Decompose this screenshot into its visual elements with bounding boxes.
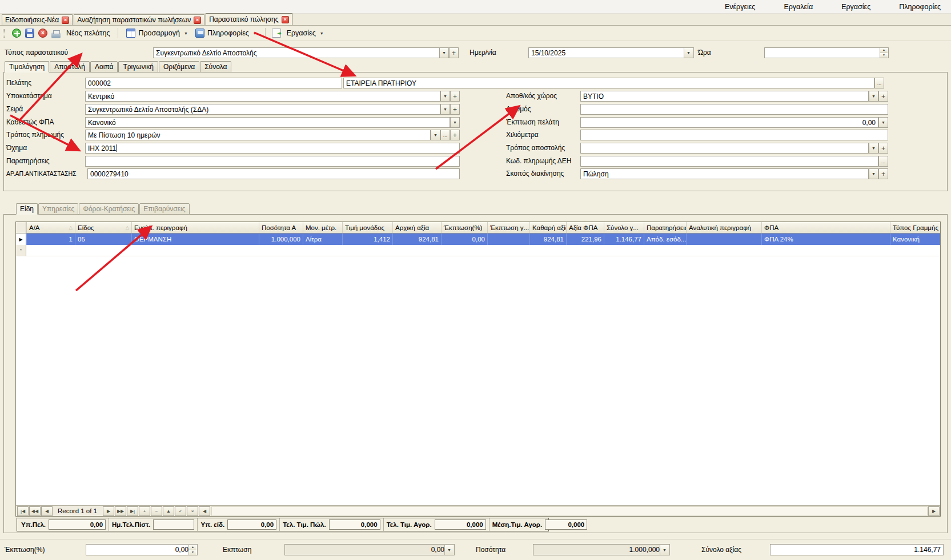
customer-lookup-button[interactable]: ... — [874, 78, 884, 88]
col-header-discount-g[interactable]: Έκπτωση γ... — [487, 222, 529, 233]
cell-item[interactable]: 05 — [75, 233, 131, 245]
tasks-export-icon[interactable] — [272, 29, 281, 38]
payment-lookup-button[interactable]: ... — [440, 130, 450, 140]
date-input[interactable]: 15/10/2025 ▼ — [528, 47, 694, 58]
tab-invoicing[interactable]: Τιμολόγηση — [5, 61, 49, 72]
replacement-number-input[interactable]: 0000279410 — [87, 168, 460, 179]
nav-prev-button[interactable]: ◀ — [41, 506, 53, 516]
discount-dropdown-icon[interactable]: ▼ — [444, 545, 454, 555]
grid-data-row[interactable]: ▶ 1 05 ΘΕΡΜΑΝΣΗ 1.000,000 Λίτρα 1,412 92… — [16, 233, 940, 245]
scrollbar-right-arrow[interactable]: ▶ — [928, 506, 940, 516]
col-header-full-description[interactable]: Αναλυτική περιγραφή — [686, 222, 761, 233]
col-header-remarks[interactable]: Παρατηρήσεις — [644, 222, 686, 233]
cell-alt-description[interactable]: ΘΕΡΜΑΝΣΗ — [131, 233, 259, 245]
branch-dropdown-button[interactable]: ▼ — [440, 91, 450, 102]
nav-edit-button[interactable]: ▲ — [163, 506, 174, 516]
dei-payment-code-lookup-button[interactable]: ... — [878, 156, 888, 167]
scrollbar-left-arrow[interactable]: ◀ — [199, 506, 210, 516]
nav-next-page-button[interactable]: ▶▶ — [115, 506, 126, 516]
discount-pct-input[interactable]: 0,00 ▲▼ — [86, 544, 198, 555]
nav-last-button[interactable]: ▶| — [127, 506, 138, 516]
nav-delete-button[interactable]: − — [151, 506, 162, 516]
cancel-icon[interactable]: × — [38, 29, 47, 38]
discount-input[interactable]: 0,00 ▼ — [284, 544, 455, 555]
series-add-button[interactable]: + — [450, 104, 460, 115]
cell-remarks[interactable]: Απόδ. εσόδ... — [644, 233, 686, 245]
vehicle-input[interactable]: ΙΗΧ 2011 — [85, 143, 460, 154]
spin-down-icon[interactable]: ▼ — [880, 53, 888, 58]
spin-down-icon[interactable]: ▼ — [189, 550, 196, 555]
customer-code-input[interactable]: 000002 — [85, 78, 342, 88]
cell-vat[interactable]: ΦΠΑ 24% — [761, 233, 890, 245]
document-type-dropdown-button[interactable]: ▼ — [439, 47, 449, 58]
series-dropdown-button[interactable]: ▼ — [440, 104, 450, 115]
quantity-dropdown-icon[interactable]: ▼ — [660, 545, 669, 555]
tab-sales-document[interactable]: Παραστατικό πώλησης × — [206, 13, 292, 25]
nav-append-button[interactable]: + — [139, 506, 150, 516]
col-header-vat[interactable]: ΦΠΑ — [761, 222, 890, 233]
time-spinner[interactable]: ▲▼ — [880, 48, 888, 58]
close-tab-icon[interactable]: × — [282, 16, 289, 23]
movement-purpose-add-button[interactable]: + — [878, 168, 888, 179]
tab-search-sales-documents[interactable]: Αναζήτηση παραστατικών πωλήσεων × — [74, 14, 204, 25]
spin-up-icon[interactable]: ▲ — [189, 545, 196, 550]
remarks-input[interactable] — [85, 156, 460, 167]
warehouse-dropdown-button[interactable]: ▼ — [869, 91, 878, 102]
grid-new-row[interactable]: * — [16, 245, 940, 256]
shipping-method-add-button[interactable]: + — [878, 143, 888, 154]
col-header-initial-value[interactable]: Αρχική αξία — [392, 222, 441, 233]
payment-dropdown-button[interactable]: ▼ — [431, 130, 440, 140]
new-record-icon[interactable] — [12, 29, 21, 38]
time-input[interactable]: ▲▼ — [764, 47, 889, 58]
customer-discount-input[interactable]: 0,00 — [580, 117, 878, 128]
save-icon[interactable] — [25, 29, 34, 38]
customer-name-input[interactable]: ΕΤΑΙΡΕΙΑ ΠΡΑΤΗΡΙΟΥ — [343, 78, 874, 88]
col-header-unit-price[interactable]: Τιμή μονάδος — [342, 222, 392, 233]
cell-line-type[interactable]: Κανονική — [890, 233, 940, 245]
spin-up-icon[interactable]: ▲ — [880, 48, 888, 53]
col-header-alt-description[interactable]: Εναλλ. περιγραφή — [131, 222, 259, 233]
tab-triangular[interactable]: Τριγωνική — [118, 61, 158, 72]
movement-purpose-dropdown-button[interactable]: ▼ — [869, 168, 878, 179]
cell-net-value[interactable]: 924,81 — [529, 233, 566, 245]
tab-notifications-new[interactable]: Ειδοποιήσεις-Νέα × — [2, 14, 73, 25]
quantity-input[interactable]: 1.000,000 ▼ — [533, 544, 670, 555]
horizontal-scrollbar[interactable] — [211, 506, 928, 516]
menu-item-actions[interactable]: Ενέργειες — [725, 3, 755, 11]
cell-initial-value[interactable]: 924,81 — [392, 233, 441, 245]
information-button[interactable]: Πληροφορίες▼ — [194, 27, 259, 39]
branch-add-button[interactable]: + — [450, 91, 460, 102]
col-header-quantity[interactable]: Ποσότητα Α — [259, 222, 303, 233]
nav-cancel-button[interactable]: × — [187, 506, 198, 516]
tab-custom[interactable]: Οριζόμενα — [159, 61, 199, 72]
menu-item-information[interactable]: Πληροφορίες — [899, 3, 941, 11]
col-header-aa[interactable]: Α/Α△ — [26, 222, 75, 233]
cell-full-description[interactable] — [686, 233, 761, 245]
nav-next-button[interactable]: ▶ — [103, 506, 114, 516]
cell-aa[interactable]: 1 — [26, 233, 75, 245]
cell-discount-g[interactable] — [487, 233, 529, 245]
kilometers-input[interactable] — [580, 130, 888, 140]
nav-prev-page-button[interactable]: ◀◀ — [29, 506, 41, 516]
shipping-method-input[interactable] — [580, 143, 869, 154]
shipping-method-dropdown-button[interactable]: ▼ — [869, 143, 878, 154]
tab-taxes-withholdings[interactable]: Φόροι-Κρατήσεις — [79, 203, 139, 215]
cell-unit[interactable]: Λίτρα — [303, 233, 342, 245]
col-header-discount-pct[interactable]: Έκπτωση(%) — [441, 222, 487, 233]
payment-method-input[interactable]: Με Πίστωση 10 ημερών — [85, 130, 431, 140]
payment-add-button[interactable]: + — [450, 130, 460, 140]
col-header-unit[interactable]: Μον. μέτρ. — [303, 222, 342, 233]
warehouse-input[interactable]: ΒΥΤΙΟ — [580, 91, 869, 102]
series-input[interactable]: Συγκεντρωτικό Δελτίο Αποστολής (ΣΔΑ) — [85, 104, 440, 115]
tab-services[interactable]: Υπηρεσίες — [38, 203, 78, 215]
warehouse-add-button[interactable]: + — [878, 91, 888, 102]
col-header-line-type[interactable]: Τύπος Γραμμής — [890, 222, 940, 233]
date-dropdown-icon[interactable]: ▼ — [684, 48, 693, 58]
close-tab-icon[interactable]: × — [194, 17, 201, 24]
cell-total[interactable]: 1.146,77 — [604, 233, 644, 245]
customer-discount-dropdown-button[interactable]: ▼ — [878, 117, 888, 128]
col-header-net-value[interactable]: Καθαρή αξία — [529, 222, 566, 233]
menu-item-tasks[interactable]: Εργασίες — [841, 3, 870, 11]
tab-other[interactable]: Λοιπά — [90, 61, 118, 72]
nav-post-button[interactable]: ✓ — [175, 506, 186, 516]
